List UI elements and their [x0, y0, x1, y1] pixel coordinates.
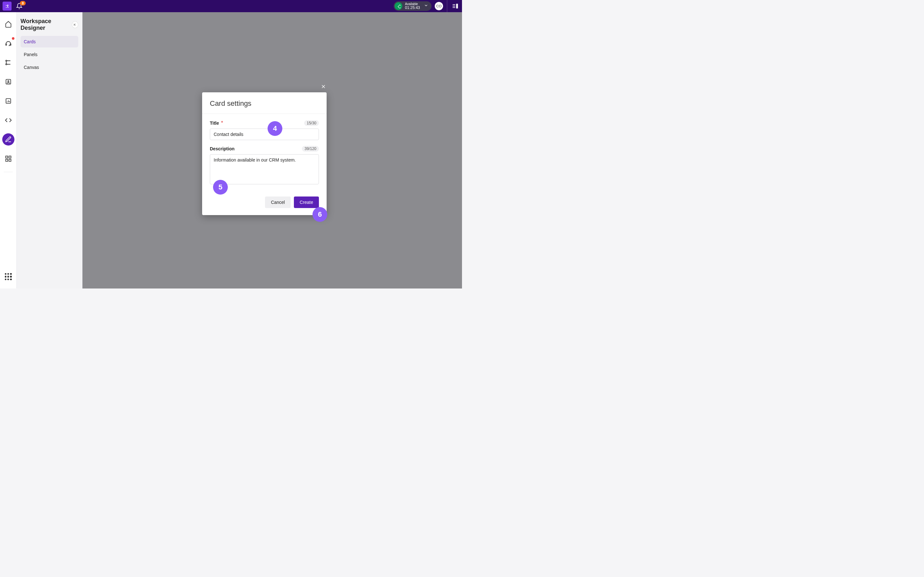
create-button[interactable]: Create	[294, 197, 319, 208]
status-selector[interactable]: Available 01:25:43	[394, 1, 431, 11]
card-settings-modal: Card settings Title * 15/30 Description …	[202, 92, 326, 215]
sidebar-item-panels[interactable]: Panels	[21, 49, 78, 60]
description-input[interactable]	[210, 154, 319, 184]
contact-card-icon	[5, 78, 12, 85]
rail-divider	[4, 172, 13, 172]
sidebar-header: Workspace Designer	[21, 18, 78, 31]
svg-rect-3	[453, 6, 455, 6]
topbar: :t 8 Available 01:25:43 CO	[0, 0, 462, 12]
nav-flows[interactable]	[2, 56, 15, 69]
title-label: Title	[210, 121, 219, 126]
topbar-right: Available 01:25:43 CO	[394, 0, 459, 12]
description-field: Description 39/120	[210, 146, 319, 185]
svg-point-8	[5, 64, 7, 65]
panel-toggle-button[interactable]	[451, 2, 459, 10]
description-counter: 39/120	[302, 146, 319, 152]
logo-text: :t	[5, 3, 8, 9]
nav-contacts[interactable]	[2, 76, 15, 88]
list-tree-icon	[5, 59, 12, 66]
svg-rect-15	[9, 159, 11, 161]
svg-rect-12	[5, 156, 7, 158]
modal-footer: Cancel Create	[202, 193, 326, 215]
annotation-marker-5: 5	[213, 180, 228, 195]
chevron-collapse-icon	[73, 23, 77, 27]
chart-icon	[5, 97, 12, 105]
icon-rail	[0, 12, 17, 288]
sidebar-item-canvas[interactable]: Canvas	[21, 61, 78, 73]
required-mark: *	[221, 120, 223, 126]
nav-app-launcher[interactable]	[2, 271, 15, 283]
status-timer: 01:25:43	[405, 6, 420, 10]
nav-developer[interactable]	[2, 114, 15, 126]
chevron-down-icon	[424, 3, 428, 9]
svg-point-7	[5, 60, 7, 61]
svg-rect-2	[453, 5, 455, 5]
cancel-button[interactable]: Cancel	[265, 197, 291, 208]
close-icon	[320, 84, 326, 89]
annotation-marker-6: 6	[312, 207, 327, 222]
notification-count-badge: 8	[20, 1, 26, 5]
home-icon	[5, 21, 12, 27]
panel-right-icon	[452, 3, 459, 10]
nav-designer[interactable]	[2, 133, 15, 145]
nav-agent[interactable]	[2, 37, 15, 49]
svg-point-10	[8, 81, 9, 82]
svg-rect-5	[5, 44, 6, 45]
apps-grid-icon	[5, 273, 12, 280]
code-icon	[5, 117, 12, 124]
nav-apps[interactable]	[2, 153, 15, 165]
sidebar: Workspace Designer Cards Panels Canvas	[17, 12, 82, 288]
nav-home[interactable]	[2, 18, 15, 30]
nav-analytics[interactable]	[2, 95, 15, 107]
avatar-initials: CO	[436, 4, 442, 8]
svg-rect-1	[456, 4, 458, 9]
modal-header: Card settings	[202, 92, 326, 114]
grid-icon	[5, 155, 12, 162]
notifications-button[interactable]: 8	[16, 3, 23, 9]
title-counter: 15/30	[304, 120, 319, 126]
modal-close-button[interactable]	[319, 82, 328, 91]
description-label: Description	[210, 146, 234, 151]
title-input[interactable]	[210, 129, 319, 140]
headset-icon	[5, 40, 12, 47]
user-avatar[interactable]: CO	[435, 2, 443, 10]
modal-title: Card settings	[210, 99, 319, 108]
sidebar-item-cards[interactable]: Cards	[21, 36, 78, 47]
collapse-sidebar-button[interactable]	[72, 21, 78, 28]
annotation-marker-4: 4	[268, 121, 282, 136]
svg-rect-4	[453, 7, 455, 8]
app-logo[interactable]: :t	[3, 2, 11, 11]
title-field: Title * 15/30	[210, 120, 319, 140]
edit-icon	[5, 136, 12, 143]
status-indicator-icon	[395, 2, 402, 10]
svg-rect-14	[5, 159, 7, 161]
alert-dot-icon	[11, 37, 15, 40]
svg-rect-0	[398, 5, 401, 8]
svg-rect-13	[9, 156, 11, 158]
svg-rect-6	[10, 44, 11, 45]
sidebar-title: Workspace Designer	[21, 18, 72, 31]
